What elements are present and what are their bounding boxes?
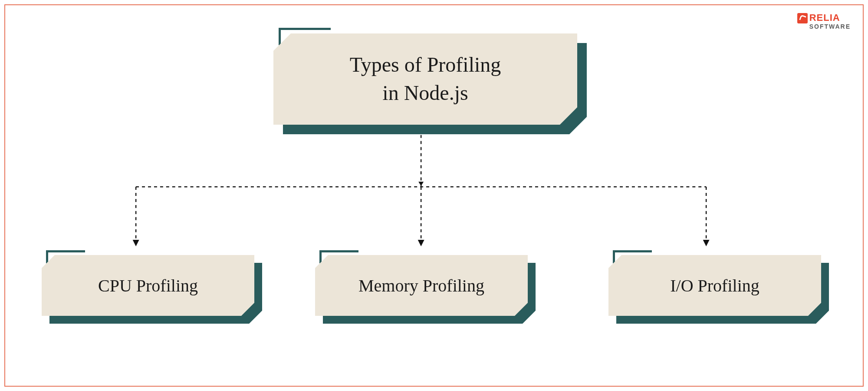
brand-logo: RELIA SOFTWARE bbox=[797, 13, 851, 30]
diagram-title: Types of Profiling in Node.js bbox=[350, 51, 501, 107]
child-label: I/O Profiling bbox=[670, 275, 760, 296]
child-box-cpu: CPU Profiling bbox=[42, 255, 254, 316]
diagram-frame: RELIA SOFTWARE Types of Profiling in Nod… bbox=[4, 4, 864, 387]
child-label: Memory Profiling bbox=[358, 275, 484, 296]
child-label: CPU Profiling bbox=[98, 275, 198, 296]
title-box: Types of Profiling in Node.js bbox=[273, 33, 577, 125]
child-box-memory: Memory Profiling bbox=[315, 255, 528, 316]
logo-text-secondary: SOFTWARE bbox=[809, 23, 851, 30]
logo-mark-icon bbox=[797, 13, 808, 23]
logo-text-primary: RELIA bbox=[809, 12, 840, 23]
child-box-io: I/O Profiling bbox=[608, 255, 821, 316]
